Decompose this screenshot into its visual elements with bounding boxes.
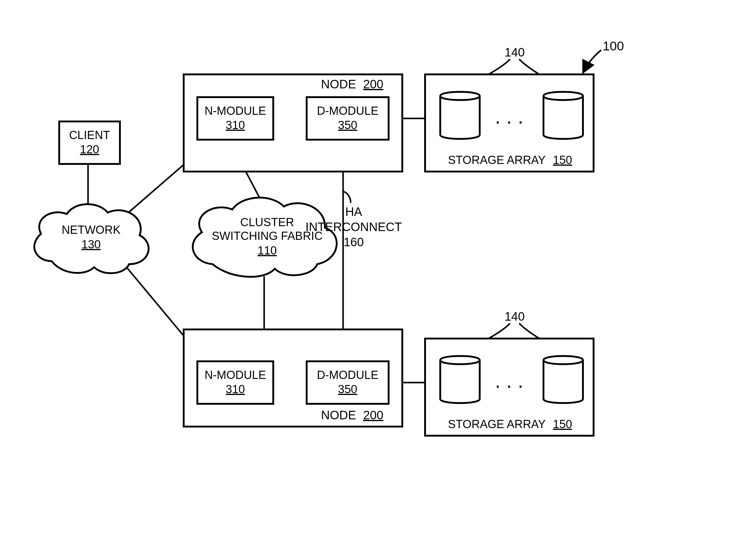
node-ref: 200: [363, 77, 383, 91]
nmod-label: N-MODULE: [205, 104, 266, 117]
disk-icon: [543, 92, 583, 139]
n-module-top: N-MODULE 310: [197, 97, 273, 140]
ha-l1: HA: [345, 205, 362, 218]
cluster-fabric-cloud: CLUSTER SWITCHING FABRIC 110: [193, 198, 337, 277]
svg-rect-13: [59, 121, 120, 164]
dmod-ref: 350: [338, 383, 357, 396]
dmod-label: D-MODULE: [317, 369, 379, 381]
svg-rect-7: [197, 361, 273, 404]
svg-rect-4: [307, 97, 389, 140]
disk-icon: [440, 92, 480, 139]
node-ref: 200: [363, 408, 383, 422]
node-label: NODE: [321, 408, 356, 422]
network-label: NETWORK: [62, 223, 121, 236]
nmod-ref: 310: [226, 119, 245, 131]
d-module-top: D-MODULE 350: [307, 97, 389, 140]
svg-text:NODE
    200: NODE 200: [321, 408, 383, 422]
client-label: CLIENT: [69, 129, 110, 141]
overall-ref: 100: [603, 39, 624, 53]
node-bottom: NODE 200 N-MODULE 310 D-MODULE 350: [184, 329, 402, 427]
svg-text:STORAGE ARRAY
    150: STORAGE ARRAY 150: [448, 154, 572, 166]
storage-ref: 150: [553, 154, 572, 166]
svg-text:STORAGE ARRAY
    150: STORAGE ARRAY 150: [448, 418, 572, 431]
svg-rect-8: [307, 361, 389, 404]
storage-ref: 150: [553, 418, 572, 431]
nmod-ref: 310: [226, 383, 245, 396]
svg-rect-3: [197, 97, 273, 140]
cluster-l1: CLUSTER: [240, 216, 294, 229]
disk-icon: [543, 356, 583, 403]
n-module-bottom: N-MODULE 310: [197, 361, 273, 404]
client-box: CLIENT 120: [59, 121, 120, 164]
ha-ref: 160: [344, 235, 364, 249]
ha-callout-tick: [343, 191, 351, 203]
disk-icon: [440, 356, 480, 403]
storage-label: STORAGE ARRAY: [448, 154, 546, 166]
node-label: NODE: [321, 77, 356, 91]
storage-array-top: . . . STORAGE ARRAY 150: [425, 74, 594, 172]
client-ref: 120: [80, 143, 99, 156]
dmod-label: D-MODULE: [317, 104, 379, 117]
network-ref: 130: [81, 238, 100, 251]
storage-array-bottom: . . . STORAGE ARRAY 150: [425, 339, 594, 436]
node-top: NODE 200 N-MODULE 310 D-MODULE 350: [184, 74, 402, 172]
disk-ref-bottom: 140: [505, 310, 525, 323]
svg-text:NODE
    200: NODE 200: [321, 77, 383, 91]
dmod-ref: 350: [338, 119, 357, 131]
storage-label: STORAGE ARRAY: [448, 418, 546, 431]
d-module-bottom: D-MODULE 350: [307, 361, 389, 404]
cluster-ref: 110: [257, 244, 277, 257]
disk-ref-top: 140: [505, 46, 525, 59]
ellipsis: . . .: [496, 375, 524, 391]
ha-l2: INTERCONNECT: [305, 220, 402, 233]
callout-100-arrow: [583, 50, 601, 73]
ellipsis: . . .: [496, 111, 524, 127]
network-cloud: NETWORK 130: [34, 204, 148, 273]
nmod-label: N-MODULE: [205, 369, 266, 381]
